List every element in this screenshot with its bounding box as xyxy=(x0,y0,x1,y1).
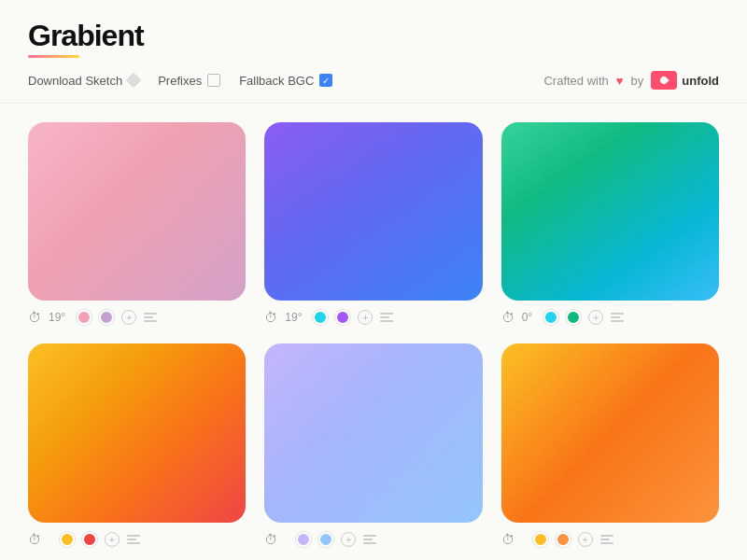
card-controls-6: ⏱ + xyxy=(501,532,719,547)
header: Grabient xyxy=(0,0,747,58)
gradient-swatch-2[interactable] xyxy=(264,122,482,301)
toolbar-left: Download Sketch Prefixes Fallback BGC ✓ xyxy=(28,74,525,88)
card-controls-4: ⏱ + xyxy=(28,532,246,547)
card-controls-5: ⏱ + xyxy=(264,532,482,547)
slider-line xyxy=(611,320,624,322)
diamond-icon xyxy=(126,73,142,89)
unfold-label: unfold xyxy=(682,74,719,88)
color-dot-2a[interactable] xyxy=(313,310,328,325)
prefixes-button[interactable]: Prefixes xyxy=(158,74,220,88)
color-dot-1b[interactable] xyxy=(99,310,114,325)
slider-line xyxy=(600,535,613,537)
slider-line xyxy=(380,313,393,315)
gradient-swatch-6[interactable] xyxy=(501,343,719,522)
slider-line xyxy=(144,320,157,322)
download-sketch-label: Download Sketch xyxy=(28,74,122,88)
angle-2: 19° xyxy=(285,311,302,324)
color-dot-1a[interactable] xyxy=(77,310,92,325)
add-color-1[interactable]: + xyxy=(121,310,136,325)
toolbar-right: Crafted with ♥ by unfold xyxy=(543,71,719,90)
color-dot-5a[interactable] xyxy=(296,532,311,547)
sliders-icon-1[interactable] xyxy=(144,313,157,322)
slider-line xyxy=(600,542,613,544)
timer-icon-6: ⏱ xyxy=(501,532,514,547)
card-controls-3: ⏱ 0° + xyxy=(501,310,719,325)
sliders-icon-4[interactable] xyxy=(127,535,140,544)
unfold-badge-icon xyxy=(651,71,677,90)
gradient-card-5: ⏱ + xyxy=(264,343,482,546)
timer-icon-2: ⏱ xyxy=(264,310,277,325)
prefixes-checkbox[interactable] xyxy=(207,74,220,87)
unfold-link[interactable]: unfold xyxy=(651,71,719,90)
color-dot-3a[interactable] xyxy=(543,310,558,325)
color-dot-4a[interactable] xyxy=(60,532,75,547)
timer-icon-1: ⏱ xyxy=(28,310,41,325)
fallback-bgc-checkbox[interactable]: ✓ xyxy=(319,74,332,87)
slider-line xyxy=(127,535,140,537)
by-label: by xyxy=(631,74,644,88)
gradient-swatch-4[interactable] xyxy=(28,343,246,522)
angle-3: 0° xyxy=(522,311,532,324)
add-color-6[interactable]: + xyxy=(578,532,593,547)
gradient-card-4: ⏱ + xyxy=(28,343,246,546)
gradient-swatch-3[interactable] xyxy=(501,122,719,301)
gradient-swatch-5[interactable] xyxy=(264,343,482,522)
gradient-grid: ⏱ 19° + ⏱ 19° + xyxy=(0,104,747,560)
color-dot-5b[interactable] xyxy=(318,532,333,547)
card-controls-2: ⏱ 19° + xyxy=(264,310,482,325)
add-color-2[interactable]: + xyxy=(358,310,373,325)
color-dot-6b[interactable] xyxy=(556,532,571,547)
logo-underline xyxy=(28,55,79,58)
slider-line xyxy=(144,316,153,318)
slider-line xyxy=(127,539,136,540)
color-dot-6a[interactable] xyxy=(533,532,548,547)
prefixes-label: Prefixes xyxy=(158,74,202,88)
gradient-card-3: ⏱ 0° + xyxy=(501,122,719,325)
fallback-bgc-button[interactable]: Fallback BGC ✓ xyxy=(239,74,332,88)
slider-line xyxy=(127,542,140,544)
gradient-card-2: ⏱ 19° + xyxy=(264,122,482,325)
gradient-card-6: ⏱ + xyxy=(501,343,719,546)
slider-line xyxy=(611,313,624,315)
angle-1: 19° xyxy=(49,311,65,324)
color-dot-2b[interactable] xyxy=(335,310,350,325)
crafted-with-label: Crafted with xyxy=(543,74,608,88)
timer-icon-3: ⏱ xyxy=(501,310,514,325)
sliders-icon-2[interactable] xyxy=(380,313,393,322)
color-dot-3b[interactable] xyxy=(566,310,581,325)
toolbar: Download Sketch Prefixes Fallback BGC ✓ … xyxy=(0,58,747,104)
slider-line xyxy=(144,313,157,315)
gradient-swatch-1[interactable] xyxy=(28,122,246,301)
sliders-icon-3[interactable] xyxy=(611,313,624,322)
slider-line xyxy=(380,320,393,322)
add-color-5[interactable]: + xyxy=(341,532,356,547)
timer-icon-5: ⏱ xyxy=(264,532,277,547)
slider-line xyxy=(363,539,373,540)
gradient-card-1: ⏱ 19° + xyxy=(28,122,246,325)
slider-line xyxy=(363,542,376,544)
timer-icon-4: ⏱ xyxy=(28,532,41,547)
logo: Grabient xyxy=(28,19,144,58)
color-dot-4b[interactable] xyxy=(82,532,97,547)
add-color-4[interactable]: + xyxy=(105,532,120,547)
download-sketch-button[interactable]: Download Sketch xyxy=(28,74,139,88)
heart-icon: ♥ xyxy=(616,74,624,88)
slider-line xyxy=(611,316,620,318)
slider-line xyxy=(363,535,376,537)
slider-line xyxy=(600,539,610,540)
card-controls-1: ⏱ 19° + xyxy=(28,310,246,325)
fallback-bgc-label: Fallback BGC xyxy=(239,74,314,88)
add-color-3[interactable]: + xyxy=(588,310,603,325)
sliders-icon-6[interactable] xyxy=(600,535,613,544)
sliders-icon-5[interactable] xyxy=(363,535,376,544)
slider-line xyxy=(380,316,389,318)
